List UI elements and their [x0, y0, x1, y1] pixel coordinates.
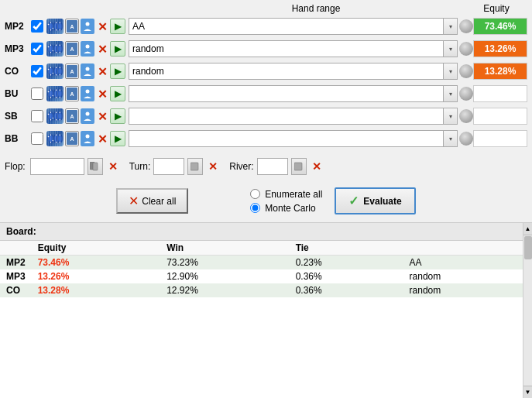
circle-btn-sb[interactable]: [459, 109, 473, 123]
result-hand: random: [403, 269, 532, 283]
controls-mp2: A ✕ ▶: [31, 19, 125, 34]
range-dropdown-mp2[interactable]: ▾: [444, 18, 458, 35]
equity-header: Equity: [465, 3, 527, 14]
montecarlo-radio[interactable]: [250, 203, 260, 213]
range-dropdown-bu[interactable]: ▾: [444, 85, 458, 102]
circle-btn-bb[interactable]: [459, 132, 473, 146]
checkbox-bu[interactable]: [31, 87, 43, 100]
scroll-down-btn[interactable]: ▼: [523, 386, 533, 398]
checkbox-sb[interactable]: [31, 110, 43, 122]
svg-point-60: [48, 112, 54, 121]
chips-icon-bb[interactable]: [46, 131, 63, 146]
arrow-btn-co[interactable]: ▶: [110, 63, 125, 79]
person-icon-bu[interactable]: [81, 86, 94, 101]
chips-icon-co[interactable]: [46, 63, 63, 79]
river-clear-btn[interactable]: ✕: [310, 159, 324, 174]
checkbox-mp2[interactable]: [31, 20, 43, 33]
clear-all-button[interactable]: ✕ Clear all: [116, 188, 188, 214]
player-row-sb: SB: [5, 105, 527, 127]
range-dropdown-sb[interactable]: ▾: [444, 108, 458, 125]
range-wrap-mp2: ▾: [129, 18, 473, 35]
circle-btn-co[interactable]: [459, 64, 473, 78]
arrow-btn-mp3[interactable]: ▶: [110, 41, 125, 57]
remove-btn-bu[interactable]: ✕: [96, 87, 108, 100]
action-row: ✕ Clear all Enumerate all Monte Carlo ✓ …: [0, 180, 532, 222]
results-area: Board: Equity Win Tie MP2 73.46% 73.23% …: [0, 222, 532, 398]
svg-point-37: [54, 68, 58, 74]
river-input[interactable]: [257, 158, 288, 175]
right-actions: Enumerate all Monte Carlo ✓ Evaluate: [250, 187, 415, 214]
flop-label: Flop:: [5, 161, 26, 172]
scroll-thumb[interactable]: [524, 236, 532, 259]
range-input-co[interactable]: [129, 63, 444, 80]
svg-point-85: [57, 135, 63, 143]
enumerate-row: Enumerate all: [250, 189, 322, 200]
results-header-row: Equity Win Tie: [0, 241, 532, 256]
card-icon-bu[interactable]: A: [65, 86, 79, 101]
svg-point-29: [86, 45, 90, 49]
evaluate-button[interactable]: ✓ Evaluate: [335, 187, 415, 214]
circle-btn-bu[interactable]: [459, 87, 473, 101]
chips-icon-bu[interactable]: [46, 86, 63, 101]
flop-clear-btn[interactable]: ✕: [106, 159, 120, 174]
person-icon-mp3[interactable]: [81, 41, 94, 57]
board-row: Flop: ✕ Turn: ✕ River: ✕: [0, 153, 532, 180]
table-row: MP2 73.46% 73.23% 0.23% AA: [0, 256, 532, 270]
header-row: Hand range Equity: [5, 3, 527, 14]
svg-line-20: [53, 50, 53, 51]
turn-clear-btn[interactable]: ✕: [206, 159, 220, 174]
person-icon-mp2[interactable]: [81, 19, 94, 34]
range-input-bb[interactable]: [129, 130, 444, 147]
chips-icon-sb[interactable]: [46, 108, 63, 124]
range-input-bu[interactable]: [129, 85, 444, 102]
card-icon-co[interactable]: A: [65, 63, 79, 79]
controls-sb: A ✕ ▶: [31, 108, 125, 124]
flop-card-btn[interactable]: [88, 158, 103, 175]
range-dropdown-mp3[interactable]: ▾: [444, 40, 458, 57]
turn-card-btn[interactable]: [187, 158, 203, 175]
range-input-mp2[interactable]: [129, 18, 444, 35]
arrow-btn-bb[interactable]: ▶: [110, 131, 125, 146]
result-tie: 0.36%: [290, 283, 403, 297]
svg-line-64: [48, 114, 49, 115]
arrow-btn-sb[interactable]: ▶: [110, 108, 125, 124]
person-icon-sb[interactable]: [81, 108, 94, 124]
result-win: 73.23%: [160, 256, 289, 270]
chips-icon-mp3[interactable]: [46, 41, 63, 57]
river-card-btn[interactable]: [291, 158, 307, 175]
card-icon-mp3[interactable]: A: [65, 41, 79, 57]
svg-point-61: [49, 113, 53, 119]
enumerate-radio[interactable]: [250, 189, 260, 199]
equity-display-bu: [473, 85, 527, 102]
card-icon-mp2[interactable]: A: [65, 19, 79, 34]
remove-btn-co[interactable]: ✕: [96, 65, 108, 77]
checkbox-bb[interactable]: [31, 132, 43, 145]
card-icon-sb[interactable]: A: [65, 108, 79, 124]
checkbox-mp3[interactable]: [31, 43, 43, 55]
svg-point-70: [57, 112, 63, 121]
river-label: River:: [229, 161, 253, 172]
checkbox-co[interactable]: [31, 65, 43, 77]
chips-icon-mp2[interactable]: [46, 19, 63, 34]
remove-btn-mp3[interactable]: ✕: [96, 43, 108, 55]
person-icon-co[interactable]: [81, 63, 94, 79]
equity-display-co: 13.28%: [473, 63, 527, 80]
flop-input[interactable]: [30, 158, 84, 175]
circle-btn-mp3[interactable]: [459, 42, 473, 56]
range-dropdown-co[interactable]: ▾: [444, 63, 458, 80]
range-input-mp3[interactable]: [129, 40, 444, 57]
remove-btn-mp2[interactable]: ✕: [96, 20, 108, 33]
range-input-sb[interactable]: [129, 108, 444, 125]
result-hand: AA: [403, 256, 532, 270]
scroll-up-btn[interactable]: ▲: [523, 223, 533, 235]
turn-input[interactable]: [153, 158, 184, 175]
card-icon-bb[interactable]: A: [65, 131, 79, 146]
arrow-btn-bu[interactable]: ▶: [110, 86, 125, 101]
remove-btn-sb[interactable]: ✕: [96, 110, 108, 122]
remove-btn-bb[interactable]: ✕: [96, 132, 108, 145]
circle-btn-mp2[interactable]: [459, 19, 473, 33]
person-icon-bb[interactable]: [81, 131, 94, 146]
results-header: Board:: [0, 223, 532, 241]
range-dropdown-bb[interactable]: ▾: [444, 130, 458, 147]
arrow-btn-mp2[interactable]: ▶: [110, 19, 125, 34]
